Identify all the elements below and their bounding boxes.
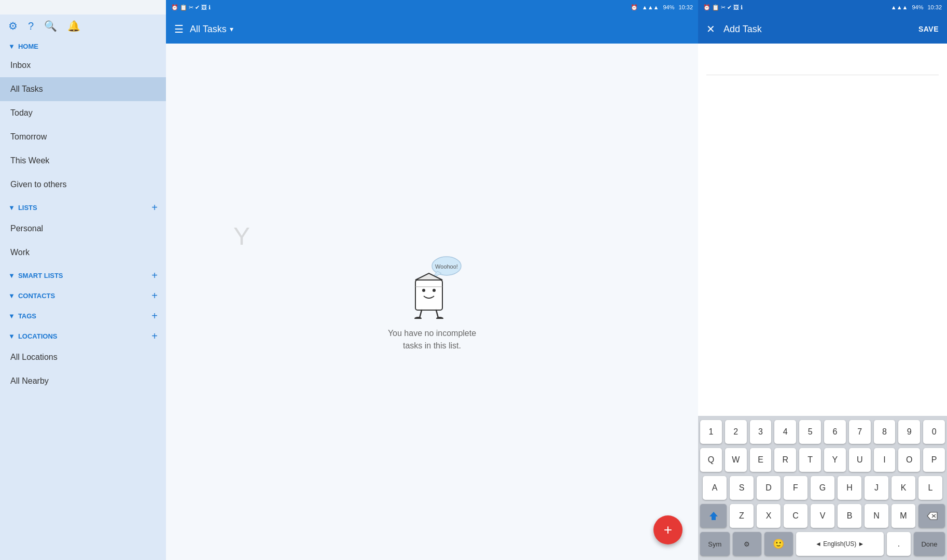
add-location-button[interactable]: + [151, 330, 158, 342]
key-l[interactable]: L [918, 476, 942, 500]
key-g[interactable]: G [811, 476, 834, 500]
key-p[interactable]: P [923, 448, 945, 472]
content-area: ☰ All Tasks ▾ Y Woohoo! [166, 15, 947, 560]
svg-rect-3 [415, 280, 442, 310]
key-h[interactable]: H [838, 476, 861, 500]
key-x[interactable]: X [757, 504, 781, 528]
chevron-down-home-icon: ▼ [8, 43, 15, 50]
add-task-input-area [698, 44, 947, 416]
gear-icon[interactable]: ⚙ [8, 20, 18, 32]
key-d[interactable]: D [757, 476, 781, 500]
close-icon[interactable]: ✕ [706, 23, 715, 35]
key-j[interactable]: J [865, 476, 888, 500]
key-5[interactable]: 5 [799, 420, 821, 444]
key-0[interactable]: 0 [923, 420, 945, 444]
add-task-fab[interactable]: + [653, 515, 683, 544]
key-z[interactable]: Z [730, 504, 754, 528]
sidebar-item-given-to-others[interactable]: Given to others [0, 173, 166, 197]
sidebar-item-tomorrow[interactable]: Tomorrow [0, 125, 166, 149]
time-right: 10:32 [927, 4, 942, 10]
period-key[interactable]: . [887, 532, 911, 556]
hamburger-menu-icon[interactable]: ☰ [174, 23, 184, 35]
task-panel-wrapper: ☰ All Tasks ▾ Y Woohoo! [166, 15, 698, 560]
key-b[interactable]: B [838, 504, 861, 528]
key-y[interactable]: Y [824, 448, 846, 472]
key-q[interactable]: Q [700, 448, 722, 472]
key-r[interactable]: R [774, 448, 796, 472]
main-layout: ⚙ ? 🔍 🔔 ▼ HOME Inbox All Tasks Today Tom… [0, 15, 947, 560]
chevron-down-contacts-icon: ▼ [8, 292, 15, 300]
key-n[interactable]: N [865, 504, 888, 528]
tags-section-title: ▼ TAGS [8, 312, 36, 320]
shift-key[interactable] [700, 504, 727, 528]
key-s[interactable]: S [730, 476, 754, 500]
add-list-button[interactable]: + [151, 202, 158, 214]
svg-line-8 [420, 310, 422, 318]
status-icons-right-left: ⏰ 📋 ✂ ✔ 🖼 ℹ [703, 4, 743, 11]
key-w[interactable]: W [725, 448, 747, 472]
svg-point-6 [433, 289, 436, 292]
status-bar-right: ⏰ 📋 ✂ ✔ 🖼 ℹ ▲▲▲ 94% 10:32 [698, 0, 947, 15]
key-6[interactable]: 6 [824, 420, 846, 444]
help-icon[interactable]: ? [28, 20, 34, 32]
signal-middle: ▲▲▲ [642, 4, 659, 10]
settings-key[interactable]: ⚙ [733, 532, 761, 556]
sidebar-item-personal[interactable]: Personal [0, 217, 166, 241]
key-a[interactable]: A [703, 476, 727, 500]
key-1[interactable]: 1 [700, 420, 722, 444]
svg-text:Woohoo!: Woohoo! [435, 263, 458, 270]
key-9[interactable]: 9 [898, 420, 920, 444]
partial-y-letter: Y [233, 222, 250, 250]
battery-middle: ⏰ [631, 4, 638, 11]
notification-icon[interactable]: 🔔 [67, 20, 80, 32]
add-tag-button[interactable]: + [151, 310, 158, 322]
battery-right: ▲▲▲ [891, 4, 908, 10]
sidebar-item-work[interactable]: Work [0, 241, 166, 264]
key-7[interactable]: 7 [849, 420, 871, 444]
add-contact-button[interactable]: + [151, 290, 158, 302]
smart-lists-section-header: ▼ SMART LISTS + [0, 264, 166, 285]
save-button[interactable]: SAVE [918, 25, 939, 33]
key-o[interactable]: O [898, 448, 920, 472]
key-2[interactable]: 2 [725, 420, 747, 444]
key-v[interactable]: V [811, 504, 834, 528]
key-c[interactable]: C [784, 504, 807, 528]
task-name-input[interactable] [706, 52, 939, 73]
emoji-key[interactable]: 🙂 [764, 532, 793, 556]
key-m[interactable]: M [892, 504, 915, 528]
chevron-down-lists-icon: ▼ [8, 204, 15, 212]
key-i[interactable]: I [874, 448, 896, 472]
svg-point-11 [436, 317, 443, 319]
key-e[interactable]: E [750, 448, 772, 472]
key-3[interactable]: 3 [750, 420, 772, 444]
shift-icon [708, 511, 719, 521]
key-8[interactable]: 8 [874, 420, 896, 444]
backspace-key[interactable] [918, 504, 945, 528]
add-smart-list-button[interactable]: + [151, 270, 158, 282]
add-task-title-area: ✕ Add Task [706, 23, 762, 35]
keyboard-row-qwerty: Q W E R T Y U I O P [700, 448, 945, 472]
sidebar-item-today[interactable]: Today [0, 101, 166, 125]
sidebar-item-all-nearby[interactable]: All Nearby [0, 369, 166, 393]
task-panel: ☰ All Tasks ▾ Y Woohoo! [166, 15, 698, 560]
home-section-title: ▼ HOME [8, 43, 38, 50]
space-key[interactable]: ◄ English(US) ► [796, 532, 884, 556]
key-k[interactable]: K [892, 476, 915, 500]
sidebar-item-all-tasks[interactable]: All Tasks [0, 77, 166, 101]
sidebar-item-this-week[interactable]: This Week [0, 149, 166, 173]
key-4[interactable]: 4 [774, 420, 796, 444]
add-task-title: Add Task [723, 24, 762, 35]
sidebar-item-inbox[interactable]: Inbox [0, 53, 166, 77]
task-panel-chevron-icon: ▾ [230, 25, 233, 33]
task-panel-title: All Tasks ▾ [190, 24, 233, 35]
key-t[interactable]: T [799, 448, 821, 472]
backspace-icon [926, 512, 938, 520]
sym-key[interactable]: Sym [700, 532, 730, 556]
keyboard: 1 2 3 4 5 6 7 8 9 0 Q W E R T [698, 416, 947, 560]
sidebar-item-all-locations[interactable]: All Locations [0, 345, 166, 369]
sidebar-toolbar: ⚙ ? 🔍 🔔 [0, 15, 166, 37]
key-f[interactable]: F [784, 476, 807, 500]
search-icon[interactable]: 🔍 [44, 20, 57, 32]
done-key[interactable]: Done [914, 532, 945, 556]
key-u[interactable]: U [849, 448, 871, 472]
